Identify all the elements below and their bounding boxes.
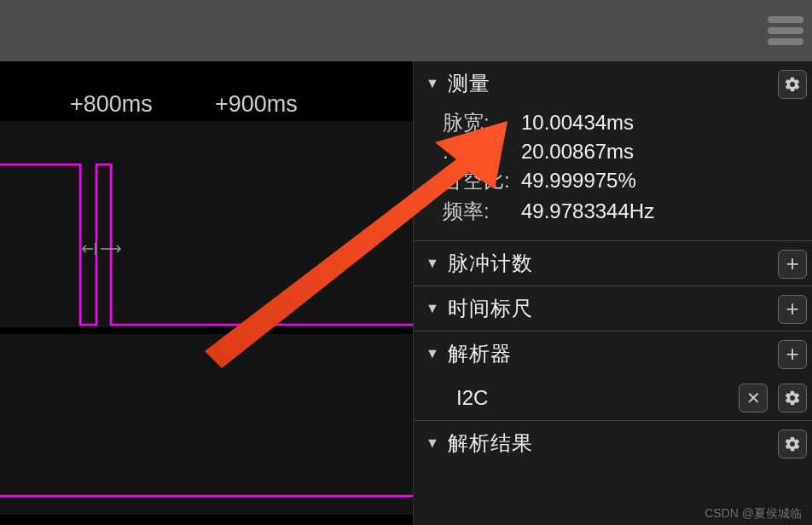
section-measurements: ▼ 测量 脉宽: 10.00434ms : 20.00867ms 占空比: 49… — [414, 61, 812, 241]
settings-button[interactable] — [778, 70, 807, 99]
settings-button[interactable] — [778, 430, 807, 459]
analyzer-name: I2C — [456, 386, 488, 410]
time-tick-label: +800ms — [70, 91, 153, 118]
menu-button[interactable] — [768, 12, 803, 49]
measurement-label: 占空比: — [443, 167, 521, 194]
analyzer-remove-button[interactable]: ✕ — [739, 384, 768, 412]
section-title: 时间标尺 — [448, 295, 533, 322]
measurement-row: : 20.00867ms — [443, 140, 812, 164]
waveform-view[interactable]: +800ms +900ms — [0, 61, 413, 525]
gear-icon — [784, 389, 801, 407]
measurement-row: 脉宽: 10.00434ms — [443, 109, 812, 136]
measurement-value: 49.9783344Hz — [521, 199, 654, 223]
section-analyzers: ▼ 解析器 + I2C ✕ — [414, 332, 812, 421]
cursor-markers — [0, 121, 413, 327]
plus-icon: + — [786, 296, 798, 322]
side-panel: ▼ 测量 脉宽: 10.00434ms : 20.00867ms 占空比: 49… — [413, 61, 812, 525]
time-tick-label: +900ms — [215, 91, 298, 118]
channel-0-strip — [0, 121, 413, 327]
add-button[interactable]: + — [778, 295, 807, 324]
section-header-measurements[interactable]: ▼ 测量 — [426, 61, 812, 106]
analyzer-settings-button[interactable] — [778, 384, 807, 412]
gear-icon — [784, 436, 801, 453]
chevron-down-icon: ▼ — [426, 436, 439, 451]
chevron-down-icon: ▼ — [426, 346, 439, 361]
analyzer-item[interactable]: I2C ✕ — [426, 376, 812, 420]
section-pulse-count: ▼ 脉冲计数 + — [414, 241, 812, 286]
plus-icon: + — [786, 341, 798, 367]
section-results: ▼ 解析结果 — [414, 421, 812, 465]
section-time-ruler: ▼ 时间标尺 + — [414, 286, 812, 332]
gear-icon — [784, 76, 801, 93]
measurement-value: 49.999975% — [521, 169, 636, 193]
section-title: 脉冲计数 — [448, 250, 533, 277]
measurement-label: : — [443, 140, 521, 164]
section-header-pulse-count[interactable]: ▼ 脉冲计数 + — [426, 241, 812, 286]
section-header-analyzers[interactable]: ▼ 解析器 + — [426, 332, 812, 376]
chevron-down-icon: ▼ — [426, 301, 439, 316]
section-title: 解析器 — [448, 340, 512, 367]
chevron-down-icon: ▼ — [426, 76, 439, 91]
top-toolbar — [0, 0, 812, 61]
channel-1-signal — [0, 334, 413, 515]
measurement-list: 脉宽: 10.00434ms : 20.00867ms 占空比: 49.9999… — [426, 109, 812, 240]
measurement-row: 占空比: 49.999975% — [443, 167, 812, 194]
measurement-label: 脉宽: — [443, 109, 521, 136]
section-title: 解析结果 — [448, 430, 533, 457]
measurement-value: 20.00867ms — [521, 140, 634, 164]
chevron-down-icon: ▼ — [426, 256, 439, 271]
add-button[interactable]: + — [778, 340, 807, 369]
plus-icon: + — [786, 251, 798, 277]
section-header-time-ruler[interactable]: ▼ 时间标尺 + — [426, 286, 812, 331]
channel-1-strip — [0, 334, 413, 515]
close-icon: ✕ — [746, 388, 761, 408]
section-header-results[interactable]: ▼ 解析结果 — [426, 421, 812, 465]
add-button[interactable]: + — [778, 250, 807, 279]
measurement-label: 频率: — [443, 198, 521, 225]
measurement-row: 频率: 49.9783344Hz — [443, 198, 812, 225]
section-title: 测量 — [448, 70, 490, 97]
measurement-value: 10.00434ms — [521, 111, 634, 135]
